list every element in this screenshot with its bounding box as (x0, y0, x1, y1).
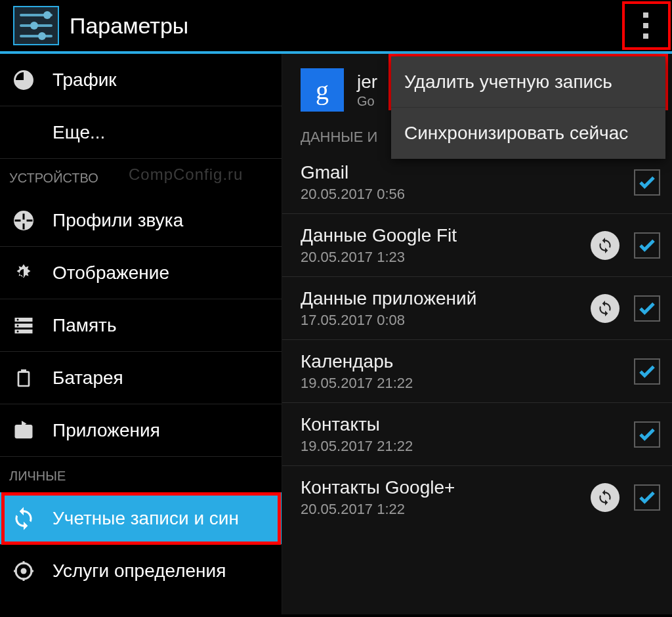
app-header: Параметры (0, 0, 672, 54)
sync-item-date: 19.05.2017 21:22 (301, 438, 634, 455)
sidebar-item-apps[interactable]: Приложения (0, 404, 282, 457)
sync-item-title: Данные приложений (301, 288, 591, 309)
overflow-popup: Удалить учетную запись Синхронизировать … (391, 56, 665, 159)
sync-item-date: 19.05.2017 21:22 (301, 375, 634, 392)
sidebar-item-display[interactable]: Отображение (0, 247, 282, 299)
sidebar-item-label: Батарея (52, 368, 123, 389)
sidebar-item-label: Приложения (52, 420, 160, 441)
apps-icon (9, 416, 38, 445)
sidebar-item-label: Услуги определения (52, 561, 226, 582)
overflow-menu-button[interactable] (625, 4, 667, 47)
sidebar-item-audio-profiles[interactable]: Профили звука (0, 194, 282, 247)
sidebar-item-label: Память (52, 315, 117, 336)
sync-item-calendar[interactable]: Календарь 19.05.2017 21:22 (282, 340, 672, 403)
sync-item-contacts[interactable]: Контакты 19.05.2017 21:22 (282, 403, 672, 466)
sidebar-item-label: Еще... (52, 122, 105, 143)
sync-checkbox[interactable] (634, 169, 660, 196)
storage-icon (9, 311, 38, 340)
page-title: Параметры (70, 13, 188, 39)
sync-item-contacts-gplus[interactable]: Контакты Google+ 20.05.2017 1:22 (282, 466, 672, 529)
sidebar-item-storage[interactable]: Память (0, 299, 282, 352)
blank-icon (9, 118, 38, 147)
sync-item-app-data[interactable]: Данные приложений 17.05.2017 0:08 (282, 277, 672, 340)
settings-icon (13, 6, 59, 45)
sync-item-title: Календарь (301, 351, 634, 372)
location-icon (9, 557, 38, 585)
sidebar-item-label: Трафик (52, 70, 117, 91)
watermark-text: CompConfig.ru (129, 165, 243, 184)
sidebar-item-label: Учетные записи и син (52, 508, 239, 529)
popup-item-delete-account[interactable]: Удалить учетную запись (391, 56, 665, 108)
sync-item-date: 20.05.2017 1:22 (301, 501, 591, 518)
section-header-label: УСТРОЙСТВО (9, 171, 98, 185)
section-header-device: УСТРОЙСТВО CompConfig.ru (0, 159, 282, 194)
sync-item-date: 17.05.2017 0:08 (301, 312, 591, 329)
sync-item-date: 20.05.2017 1:23 (301, 249, 591, 266)
more-vert-icon (643, 23, 648, 28)
sidebar-item-traffic[interactable]: Трафик (0, 54, 282, 106)
sync-checkbox[interactable] (634, 484, 660, 511)
account-subtext: Go (357, 94, 377, 109)
sync-in-progress-icon (591, 294, 620, 323)
sync-checkbox[interactable] (634, 421, 660, 448)
more-vert-icon (643, 33, 648, 39)
svg-point-6 (21, 568, 27, 574)
sync-in-progress-icon (591, 483, 620, 512)
sync-item-date: 20.05.2017 0:56 (301, 186, 634, 203)
svg-rect-4 (15, 425, 33, 438)
sync-item-google-fit[interactable]: Данные Google Fit 20.05.2017 1:23 (282, 214, 672, 277)
sync-checkbox[interactable] (634, 358, 660, 385)
section-header-personal: ЛИЧНЫЕ (0, 457, 282, 492)
google-logo-icon: g (301, 68, 344, 112)
sidebar-item-label: Отображение (52, 263, 169, 284)
display-icon (9, 259, 38, 287)
svg-point-3 (17, 330, 19, 332)
sync-checkbox[interactable] (634, 295, 660, 322)
sync-item-gmail[interactable]: Gmail 20.05.2017 0:56 (282, 151, 672, 214)
sync-accounts-icon (9, 504, 38, 533)
sidebar-item-accounts-sync[interactable]: Учетные записи и син (0, 492, 282, 545)
sync-list: Gmail 20.05.2017 0:56 Данные Google Fit … (282, 151, 672, 614)
sync-in-progress-icon (591, 231, 620, 260)
traffic-icon (9, 66, 38, 95)
audio-profiles-icon (9, 206, 38, 235)
sidebar-item-label: Профили звука (52, 210, 183, 231)
sync-checkbox[interactable] (634, 232, 660, 259)
svg-point-1 (17, 318, 19, 320)
sync-item-title: Gmail (301, 162, 634, 183)
more-vert-icon (643, 12, 648, 18)
section-header-label: ЛИЧНЫЕ (9, 469, 66, 483)
sidebar-item-location[interactable]: Услуги определения (0, 545, 282, 597)
popup-item-label: Удалить учетную запись (404, 72, 612, 93)
battery-icon (9, 364, 38, 393)
sync-item-title: Контакты (301, 414, 634, 435)
popup-item-label: Синхронизировать сейчас (404, 123, 628, 144)
svg-point-2 (17, 324, 19, 326)
settings-sidebar: Трафик Еще... УСТРОЙСТВО CompConfig.ru П… (0, 54, 282, 614)
sync-item-title: Контакты Google+ (301, 477, 591, 498)
sidebar-item-battery[interactable]: Батарея (0, 352, 282, 404)
sidebar-item-more[interactable]: Еще... (0, 106, 282, 159)
account-name: jer (357, 72, 377, 93)
sync-item-title: Данные Google Fit (301, 225, 591, 246)
popup-item-sync-now[interactable]: Синхронизировать сейчас (391, 108, 665, 159)
account-detail-pane: g jer Go ДАННЫЕ И Gmail 20.05.2017 0:56 (282, 54, 672, 614)
account-text: jer Go (357, 72, 377, 109)
